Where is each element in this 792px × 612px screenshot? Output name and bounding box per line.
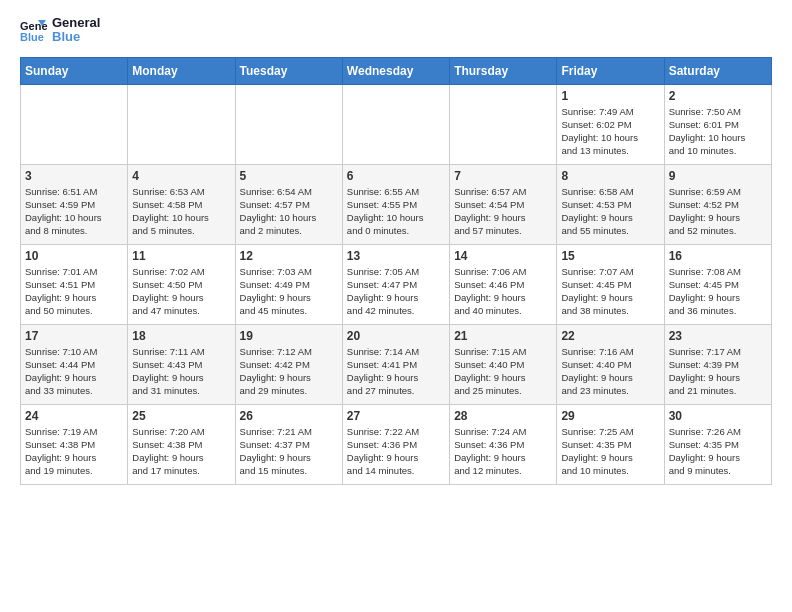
week-row-1: 1Sunrise: 7:49 AM Sunset: 6:02 PM Daylig…: [21, 84, 772, 164]
day-cell: 24Sunrise: 7:19 AM Sunset: 4:38 PM Dayli…: [21, 404, 128, 484]
day-info: Sunrise: 7:08 AM Sunset: 4:45 PM Dayligh…: [669, 265, 767, 318]
day-cell: 1Sunrise: 7:49 AM Sunset: 6:02 PM Daylig…: [557, 84, 664, 164]
day-cell: [342, 84, 449, 164]
day-number: 19: [240, 329, 338, 343]
header: General Blue General Blue: [20, 16, 772, 45]
day-number: 24: [25, 409, 123, 423]
day-cell: 28Sunrise: 7:24 AM Sunset: 4:36 PM Dayli…: [450, 404, 557, 484]
day-cell: 15Sunrise: 7:07 AM Sunset: 4:45 PM Dayli…: [557, 244, 664, 324]
logo-blue: Blue: [52, 29, 80, 44]
day-number: 25: [132, 409, 230, 423]
day-info: Sunrise: 7:03 AM Sunset: 4:49 PM Dayligh…: [240, 265, 338, 318]
day-number: 6: [347, 169, 445, 183]
weekday-header-row: SundayMondayTuesdayWednesdayThursdayFrid…: [21, 57, 772, 84]
week-row-2: 3Sunrise: 6:51 AM Sunset: 4:59 PM Daylig…: [21, 164, 772, 244]
day-number: 18: [132, 329, 230, 343]
day-cell: 12Sunrise: 7:03 AM Sunset: 4:49 PM Dayli…: [235, 244, 342, 324]
day-info: Sunrise: 7:06 AM Sunset: 4:46 PM Dayligh…: [454, 265, 552, 318]
day-cell: 7Sunrise: 6:57 AM Sunset: 4:54 PM Daylig…: [450, 164, 557, 244]
day-number: 5: [240, 169, 338, 183]
weekday-monday: Monday: [128, 57, 235, 84]
svg-text:Blue: Blue: [20, 31, 44, 43]
day-info: Sunrise: 7:05 AM Sunset: 4:47 PM Dayligh…: [347, 265, 445, 318]
day-cell: 27Sunrise: 7:22 AM Sunset: 4:36 PM Dayli…: [342, 404, 449, 484]
day-info: Sunrise: 7:24 AM Sunset: 4:36 PM Dayligh…: [454, 425, 552, 478]
day-info: Sunrise: 6:51 AM Sunset: 4:59 PM Dayligh…: [25, 185, 123, 238]
day-cell: 13Sunrise: 7:05 AM Sunset: 4:47 PM Dayli…: [342, 244, 449, 324]
day-cell: 26Sunrise: 7:21 AM Sunset: 4:37 PM Dayli…: [235, 404, 342, 484]
day-cell: 17Sunrise: 7:10 AM Sunset: 4:44 PM Dayli…: [21, 324, 128, 404]
day-cell: 11Sunrise: 7:02 AM Sunset: 4:50 PM Dayli…: [128, 244, 235, 324]
day-cell: 22Sunrise: 7:16 AM Sunset: 4:40 PM Dayli…: [557, 324, 664, 404]
calendar-body: 1Sunrise: 7:49 AM Sunset: 6:02 PM Daylig…: [21, 84, 772, 484]
day-info: Sunrise: 7:12 AM Sunset: 4:42 PM Dayligh…: [240, 345, 338, 398]
day-cell: 5Sunrise: 6:54 AM Sunset: 4:57 PM Daylig…: [235, 164, 342, 244]
weekday-wednesday: Wednesday: [342, 57, 449, 84]
day-number: 30: [669, 409, 767, 423]
day-cell: 18Sunrise: 7:11 AM Sunset: 4:43 PM Dayli…: [128, 324, 235, 404]
weekday-saturday: Saturday: [664, 57, 771, 84]
day-cell: 2Sunrise: 7:50 AM Sunset: 6:01 PM Daylig…: [664, 84, 771, 164]
day-info: Sunrise: 7:21 AM Sunset: 4:37 PM Dayligh…: [240, 425, 338, 478]
day-cell: 16Sunrise: 7:08 AM Sunset: 4:45 PM Dayli…: [664, 244, 771, 324]
day-info: Sunrise: 7:19 AM Sunset: 4:38 PM Dayligh…: [25, 425, 123, 478]
day-number: 23: [669, 329, 767, 343]
logo-icon: General Blue: [20, 16, 48, 44]
week-row-5: 24Sunrise: 7:19 AM Sunset: 4:38 PM Dayli…: [21, 404, 772, 484]
day-cell: [450, 84, 557, 164]
day-number: 14: [454, 249, 552, 263]
day-info: Sunrise: 7:25 AM Sunset: 4:35 PM Dayligh…: [561, 425, 659, 478]
day-info: Sunrise: 7:14 AM Sunset: 4:41 PM Dayligh…: [347, 345, 445, 398]
day-cell: 8Sunrise: 6:58 AM Sunset: 4:53 PM Daylig…: [557, 164, 664, 244]
day-info: Sunrise: 6:55 AM Sunset: 4:55 PM Dayligh…: [347, 185, 445, 238]
day-cell: 20Sunrise: 7:14 AM Sunset: 4:41 PM Dayli…: [342, 324, 449, 404]
day-info: Sunrise: 7:11 AM Sunset: 4:43 PM Dayligh…: [132, 345, 230, 398]
day-number: 16: [669, 249, 767, 263]
day-info: Sunrise: 6:58 AM Sunset: 4:53 PM Dayligh…: [561, 185, 659, 238]
day-cell: 9Sunrise: 6:59 AM Sunset: 4:52 PM Daylig…: [664, 164, 771, 244]
day-cell: 29Sunrise: 7:25 AM Sunset: 4:35 PM Dayli…: [557, 404, 664, 484]
day-info: Sunrise: 6:54 AM Sunset: 4:57 PM Dayligh…: [240, 185, 338, 238]
day-info: Sunrise: 7:26 AM Sunset: 4:35 PM Dayligh…: [669, 425, 767, 478]
day-cell: 4Sunrise: 6:53 AM Sunset: 4:58 PM Daylig…: [128, 164, 235, 244]
week-row-4: 17Sunrise: 7:10 AM Sunset: 4:44 PM Dayli…: [21, 324, 772, 404]
day-number: 21: [454, 329, 552, 343]
logo: General Blue General Blue: [20, 16, 100, 45]
day-cell: 25Sunrise: 7:20 AM Sunset: 4:38 PM Dayli…: [128, 404, 235, 484]
day-cell: 6Sunrise: 6:55 AM Sunset: 4:55 PM Daylig…: [342, 164, 449, 244]
day-number: 12: [240, 249, 338, 263]
weekday-thursday: Thursday: [450, 57, 557, 84]
day-number: 29: [561, 409, 659, 423]
day-number: 15: [561, 249, 659, 263]
day-info: Sunrise: 6:53 AM Sunset: 4:58 PM Dayligh…: [132, 185, 230, 238]
weekday-friday: Friday: [557, 57, 664, 84]
day-number: 2: [669, 89, 767, 103]
day-info: Sunrise: 7:17 AM Sunset: 4:39 PM Dayligh…: [669, 345, 767, 398]
day-info: Sunrise: 7:50 AM Sunset: 6:01 PM Dayligh…: [669, 105, 767, 158]
day-cell: [128, 84, 235, 164]
day-info: Sunrise: 6:59 AM Sunset: 4:52 PM Dayligh…: [669, 185, 767, 238]
day-cell: 30Sunrise: 7:26 AM Sunset: 4:35 PM Dayli…: [664, 404, 771, 484]
day-info: Sunrise: 7:02 AM Sunset: 4:50 PM Dayligh…: [132, 265, 230, 318]
day-number: 9: [669, 169, 767, 183]
day-number: 4: [132, 169, 230, 183]
day-number: 26: [240, 409, 338, 423]
week-row-3: 10Sunrise: 7:01 AM Sunset: 4:51 PM Dayli…: [21, 244, 772, 324]
weekday-tuesday: Tuesday: [235, 57, 342, 84]
day-number: 7: [454, 169, 552, 183]
day-number: 10: [25, 249, 123, 263]
day-number: 22: [561, 329, 659, 343]
day-info: Sunrise: 7:10 AM Sunset: 4:44 PM Dayligh…: [25, 345, 123, 398]
day-info: Sunrise: 7:15 AM Sunset: 4:40 PM Dayligh…: [454, 345, 552, 398]
day-number: 20: [347, 329, 445, 343]
day-cell: 19Sunrise: 7:12 AM Sunset: 4:42 PM Dayli…: [235, 324, 342, 404]
calendar-header: SundayMondayTuesdayWednesdayThursdayFrid…: [21, 57, 772, 84]
day-cell: 10Sunrise: 7:01 AM Sunset: 4:51 PM Dayli…: [21, 244, 128, 324]
day-number: 28: [454, 409, 552, 423]
day-info: Sunrise: 6:57 AM Sunset: 4:54 PM Dayligh…: [454, 185, 552, 238]
day-number: 11: [132, 249, 230, 263]
day-number: 3: [25, 169, 123, 183]
weekday-sunday: Sunday: [21, 57, 128, 84]
day-info: Sunrise: 7:07 AM Sunset: 4:45 PM Dayligh…: [561, 265, 659, 318]
day-info: Sunrise: 7:49 AM Sunset: 6:02 PM Dayligh…: [561, 105, 659, 158]
